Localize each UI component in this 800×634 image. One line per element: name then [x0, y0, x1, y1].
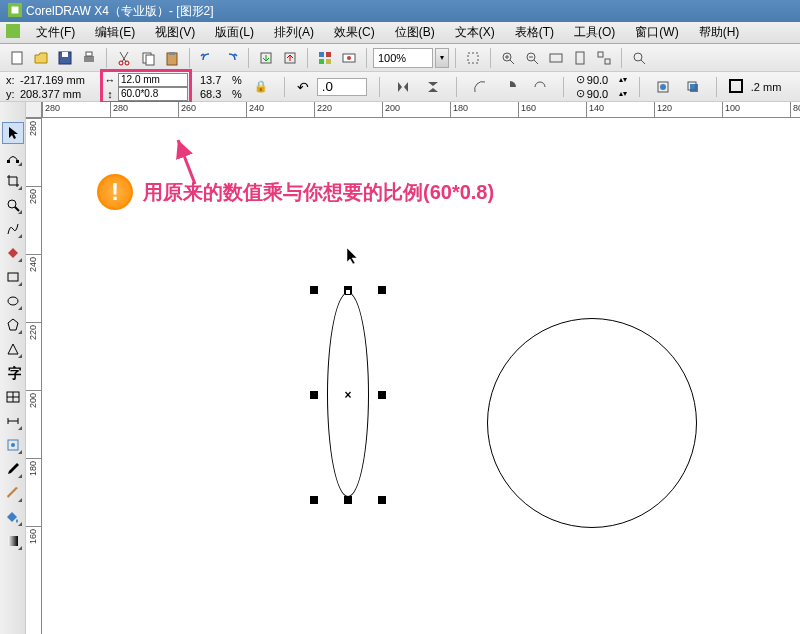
text-tool[interactable]: 字: [2, 362, 24, 384]
pie-button[interactable]: [499, 76, 521, 98]
table-tool[interactable]: [2, 386, 24, 408]
angle1-spinner[interactable]: ▴▾: [619, 75, 627, 84]
menu-layout[interactable]: 版面(L): [205, 22, 264, 43]
paste-button[interactable]: [161, 47, 183, 69]
rotation-input[interactable]: [317, 78, 367, 96]
angle2-spinner[interactable]: ▴▾: [619, 89, 627, 98]
svg-rect-4: [62, 52, 68, 57]
menu-help[interactable]: 帮助(H): [689, 22, 750, 43]
menu-file[interactable]: 文件(F): [26, 22, 85, 43]
zoom-page-button[interactable]: [569, 47, 591, 69]
export-button[interactable]: [279, 47, 301, 69]
import-button[interactable]: [255, 47, 277, 69]
arc2-button[interactable]: [529, 76, 551, 98]
position-group: x: -217.169 mm y: 208.377 mm: [6, 73, 92, 100]
svg-point-7: [119, 61, 123, 65]
new-button[interactable]: [6, 47, 28, 69]
rectangle-tool[interactable]: [2, 266, 24, 288]
zoom-dropdown[interactable]: ▾: [435, 48, 449, 68]
height-input[interactable]: [118, 87, 188, 101]
print-button[interactable]: [78, 47, 100, 69]
sel-center-marker[interactable]: ×: [344, 388, 351, 402]
save-button[interactable]: [54, 47, 76, 69]
polygon-tool[interactable]: [2, 314, 24, 336]
outline-icon: [729, 79, 743, 95]
cut-button[interactable]: [113, 47, 135, 69]
sel-handle-bl[interactable]: [310, 496, 318, 504]
scale-y-pct: %: [232, 88, 242, 100]
menu-table[interactable]: 表格(T): [505, 22, 564, 43]
interactive-fill-tool[interactable]: [2, 530, 24, 552]
help-search-button[interactable]: [628, 47, 650, 69]
pick-tool[interactable]: [2, 122, 24, 144]
menu-tools[interactable]: 工具(O): [564, 22, 625, 43]
sel-handle-bc[interactable]: [344, 496, 352, 504]
fill-tool[interactable]: [2, 506, 24, 528]
eyedropper-tool[interactable]: [2, 458, 24, 480]
menu-arrange[interactable]: 排列(A): [264, 22, 324, 43]
smart-fill-tool[interactable]: [2, 242, 24, 264]
to-front-button[interactable]: [682, 76, 704, 98]
outline-tool[interactable]: [2, 482, 24, 504]
svg-rect-55: [8, 536, 18, 546]
sel-handle-br[interactable]: [378, 496, 386, 504]
arc-button[interactable]: [469, 76, 491, 98]
ellipse-tool[interactable]: [2, 290, 24, 312]
welcome-button[interactable]: [338, 47, 360, 69]
menu-window[interactable]: 窗口(W): [625, 22, 688, 43]
lock-ratio-button[interactable]: 🔒: [250, 76, 272, 98]
menu-effects[interactable]: 效果(C): [324, 22, 385, 43]
svg-point-54: [11, 443, 15, 447]
mirror-v-button[interactable]: [422, 76, 444, 98]
freehand-tool[interactable]: [2, 218, 24, 240]
y-value[interactable]: 208.377 mm: [20, 88, 92, 100]
redo-button[interactable]: [220, 47, 242, 69]
mirror-h-button[interactable]: [392, 76, 414, 98]
zoom-tool[interactable]: [2, 194, 24, 216]
y-label: y:: [6, 88, 18, 100]
menu-bitmaps[interactable]: 位图(B): [385, 22, 445, 43]
sel-handle-tr[interactable]: [378, 286, 386, 294]
undo-button[interactable]: [196, 47, 218, 69]
outline-value[interactable]: .2 mm: [751, 81, 782, 93]
zoom-out-button[interactable]: [521, 47, 543, 69]
zoom-level-input[interactable]: 100%: [373, 48, 433, 68]
angle-group: ⊙ 90.0 ▴▾ ⊙ 90.0 ▴▾: [576, 73, 627, 100]
snap-button[interactable]: [462, 47, 484, 69]
canvas[interactable]: × ! 用原来的数值乘与你想要的比例(60*0.8): [42, 118, 800, 634]
ellipse-node[interactable]: [345, 289, 351, 295]
angle1-value[interactable]: 90.0: [587, 74, 617, 86]
interactive-tool[interactable]: [2, 434, 24, 456]
sel-handle-ml[interactable]: [310, 391, 318, 399]
menubar: 文件(F) 编辑(E) 视图(V) 版面(L) 排列(A) 效果(C) 位图(B…: [0, 22, 800, 44]
titlebar: CorelDRAW X4（专业版）- [图形2]: [0, 0, 800, 22]
scale-y-value[interactable]: 68.3: [200, 88, 230, 100]
width-icon: ↔: [104, 74, 116, 86]
svg-rect-5: [84, 56, 94, 62]
scale-x-value[interactable]: 13.7: [200, 74, 230, 86]
menu-text[interactable]: 文本(X): [445, 22, 505, 43]
shape-tool[interactable]: [2, 146, 24, 168]
svg-rect-37: [690, 84, 698, 92]
menu-edit[interactable]: 编辑(E): [85, 22, 145, 43]
menu-view[interactable]: 视图(V): [145, 22, 205, 43]
sel-handle-mr[interactable]: [378, 391, 386, 399]
wrap-button[interactable]: [652, 76, 674, 98]
open-button[interactable]: [30, 47, 52, 69]
app-menu-icon[interactable]: [6, 24, 20, 41]
zoom-all-button[interactable]: [593, 47, 615, 69]
width-input[interactable]: [118, 73, 188, 87]
angle2-icon: ⊙: [576, 87, 585, 100]
zoom-fit-button[interactable]: [545, 47, 567, 69]
copy-button[interactable]: [137, 47, 159, 69]
crop-tool[interactable]: [2, 170, 24, 192]
sel-handle-tl[interactable]: [310, 286, 318, 294]
zoom-in-button[interactable]: [497, 47, 519, 69]
svg-point-42: [8, 200, 16, 208]
dimension-tool[interactable]: [2, 410, 24, 432]
angle2-value[interactable]: 90.0: [587, 88, 617, 100]
basic-shapes-tool[interactable]: [2, 338, 24, 360]
app-launcher-button[interactable]: [314, 47, 336, 69]
x-value[interactable]: -217.169 mm: [20, 74, 92, 86]
circle-unselected[interactable]: [487, 318, 697, 528]
